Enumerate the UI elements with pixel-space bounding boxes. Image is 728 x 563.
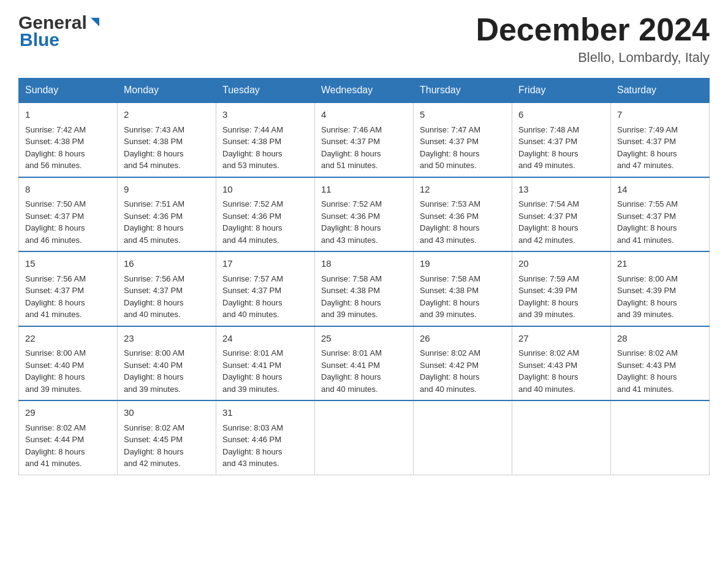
calendar-cell: 25Sunrise: 8:01 AMSunset: 4:41 PMDayligh…	[315, 326, 414, 401]
sunset-info: Sunset: 4:37 PM	[420, 137, 479, 146]
daylight-detail: and 39 minutes.	[518, 310, 575, 319]
sunrise-info: Sunrise: 7:47 AM	[420, 125, 480, 134]
calendar-cell: 15Sunrise: 7:56 AMSunset: 4:37 PMDayligh…	[19, 251, 118, 326]
logo-text-blue: Blue	[20, 29, 59, 50]
col-header-monday: Monday	[118, 79, 216, 103]
col-header-wednesday: Wednesday	[315, 79, 414, 103]
daylight-detail: and 39 minutes.	[124, 385, 181, 394]
sunrise-info: Sunrise: 8:02 AM	[25, 423, 86, 432]
logo-arrow-icon	[88, 17, 102, 30]
day-number: 16	[124, 257, 210, 271]
calendar-table: SundayMondayTuesdayWednesdayThursdayFrid…	[18, 78, 710, 475]
day-number: 11	[321, 183, 407, 197]
day-number: 25	[321, 332, 407, 346]
daylight-detail: and 53 minutes.	[222, 161, 279, 170]
daylight-info: Daylight: 8 hours	[25, 372, 85, 381]
daylight-info: Daylight: 8 hours	[617, 298, 677, 307]
day-number: 14	[617, 183, 703, 197]
daylight-detail: and 40 minutes.	[124, 310, 181, 319]
sunrise-info: Sunrise: 7:52 AM	[222, 199, 283, 209]
page-subtitle: Blello, Lombardy, Italy	[476, 50, 710, 66]
day-number: 29	[25, 406, 111, 420]
sunset-info: Sunset: 4:45 PM	[124, 435, 183, 444]
sunset-info: Sunset: 4:37 PM	[25, 212, 84, 221]
calendar-cell: 2Sunrise: 7:43 AMSunset: 4:38 PMDaylight…	[118, 102, 216, 177]
daylight-info: Daylight: 8 hours	[25, 298, 85, 307]
calendar-cell: 17Sunrise: 7:57 AMSunset: 4:37 PMDayligh…	[216, 251, 315, 326]
calendar-cell: 13Sunrise: 7:54 AMSunset: 4:37 PMDayligh…	[512, 177, 611, 252]
daylight-info: Daylight: 8 hours	[25, 223, 85, 232]
day-number: 15	[25, 257, 111, 271]
day-number: 10	[222, 183, 308, 197]
calendar-cell: 31Sunrise: 8:03 AMSunset: 4:46 PMDayligh…	[216, 400, 315, 475]
daylight-info: Daylight: 8 hours	[420, 149, 480, 158]
sunrise-info: Sunrise: 7:46 AM	[321, 125, 382, 134]
daylight-info: Daylight: 8 hours	[617, 149, 677, 158]
daylight-detail: and 50 minutes.	[420, 161, 477, 170]
daylight-info: Daylight: 8 hours	[321, 149, 381, 158]
sunset-info: Sunset: 4:36 PM	[124, 212, 183, 221]
day-number: 2	[124, 108, 210, 122]
day-number: 20	[518, 257, 604, 271]
daylight-detail: and 39 minutes.	[222, 385, 279, 394]
sunrise-info: Sunrise: 7:57 AM	[222, 274, 283, 283]
day-number: 18	[321, 257, 407, 271]
sunrise-info: Sunrise: 7:56 AM	[124, 274, 184, 283]
daylight-detail: and 39 minutes.	[321, 310, 378, 319]
sunset-info: Sunset: 4:41 PM	[222, 361, 281, 370]
daylight-info: Daylight: 8 hours	[518, 223, 578, 232]
calendar-cell: 20Sunrise: 7:59 AMSunset: 4:39 PMDayligh…	[512, 251, 611, 326]
sunset-info: Sunset: 4:38 PM	[124, 137, 183, 146]
daylight-detail: and 41 minutes.	[617, 385, 674, 394]
calendar-cell: 12Sunrise: 7:53 AMSunset: 4:36 PMDayligh…	[414, 177, 512, 252]
daylight-detail: and 41 minutes.	[25, 310, 82, 319]
col-header-tuesday: Tuesday	[216, 79, 315, 103]
daylight-info: Daylight: 8 hours	[124, 298, 184, 307]
calendar-cell: 8Sunrise: 7:50 AMSunset: 4:37 PMDaylight…	[19, 177, 118, 252]
daylight-detail: and 56 minutes.	[25, 161, 82, 170]
calendar-cell: 29Sunrise: 8:02 AMSunset: 4:44 PMDayligh…	[19, 400, 118, 475]
day-number: 17	[222, 257, 308, 271]
daylight-detail: and 40 minutes.	[518, 385, 575, 394]
daylight-info: Daylight: 8 hours	[321, 223, 381, 232]
daylight-detail: and 40 minutes.	[420, 385, 477, 394]
calendar-week-1: 1Sunrise: 7:42 AMSunset: 4:38 PMDaylight…	[19, 102, 710, 177]
daylight-detail: and 40 minutes.	[321, 385, 378, 394]
sunset-info: Sunset: 4:37 PM	[518, 137, 577, 146]
sunset-info: Sunset: 4:36 PM	[420, 212, 479, 221]
calendar-cell: 21Sunrise: 8:00 AMSunset: 4:39 PMDayligh…	[611, 251, 710, 326]
calendar-week-4: 22Sunrise: 8:00 AMSunset: 4:40 PMDayligh…	[19, 326, 710, 401]
calendar-week-2: 8Sunrise: 7:50 AMSunset: 4:37 PMDaylight…	[19, 177, 710, 252]
daylight-detail: and 42 minutes.	[518, 236, 575, 245]
sunset-info: Sunset: 4:38 PM	[25, 137, 84, 146]
sunset-info: Sunset: 4:44 PM	[25, 435, 84, 444]
daylight-info: Daylight: 8 hours	[321, 298, 381, 307]
calendar-cell: 18Sunrise: 7:58 AMSunset: 4:38 PMDayligh…	[315, 251, 414, 326]
calendar-cell: 23Sunrise: 8:00 AMSunset: 4:40 PMDayligh…	[118, 326, 216, 401]
sunrise-info: Sunrise: 8:02 AM	[420, 348, 480, 358]
daylight-info: Daylight: 8 hours	[25, 149, 85, 158]
sunrise-info: Sunrise: 7:56 AM	[25, 274, 86, 283]
col-header-thursday: Thursday	[414, 79, 512, 103]
daylight-info: Daylight: 8 hours	[222, 223, 282, 232]
day-number: 30	[124, 406, 210, 420]
sunset-info: Sunset: 4:39 PM	[518, 286, 577, 295]
sunset-info: Sunset: 4:37 PM	[124, 286, 183, 295]
day-number: 13	[518, 183, 604, 197]
sunset-info: Sunset: 4:37 PM	[617, 212, 676, 221]
sunset-info: Sunset: 4:40 PM	[124, 361, 183, 370]
daylight-info: Daylight: 8 hours	[518, 149, 578, 158]
title-area: December 2024 Blello, Lombardy, Italy	[476, 12, 710, 66]
calendar-cell: 30Sunrise: 8:02 AMSunset: 4:45 PMDayligh…	[118, 400, 216, 475]
daylight-detail: and 40 minutes.	[222, 310, 279, 319]
logo: General Blue	[18, 12, 102, 50]
sunset-info: Sunset: 4:37 PM	[518, 212, 577, 221]
daylight-detail: and 42 minutes.	[124, 459, 181, 468]
sunrise-info: Sunrise: 7:44 AM	[222, 125, 283, 134]
calendar-cell: 16Sunrise: 7:56 AMSunset: 4:37 PMDayligh…	[118, 251, 216, 326]
daylight-detail: and 39 minutes.	[420, 310, 477, 319]
daylight-detail: and 43 minutes.	[321, 236, 378, 245]
day-number: 6	[518, 108, 604, 122]
day-number: 23	[124, 332, 210, 346]
daylight-detail: and 46 minutes.	[25, 236, 82, 245]
